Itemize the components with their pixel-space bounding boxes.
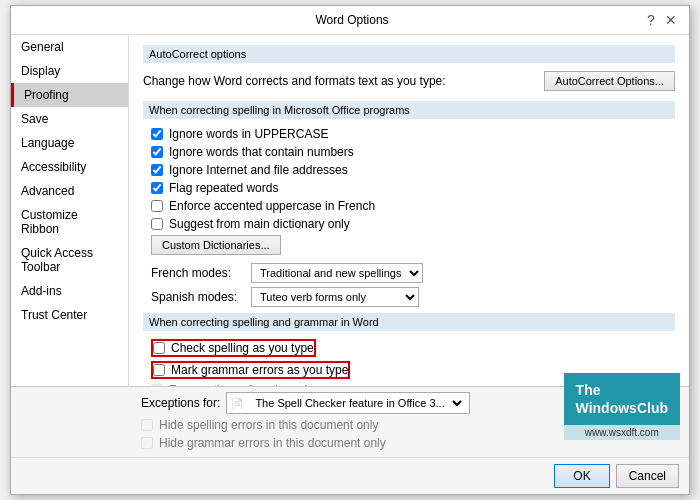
checkbox-ignore-numbers: Ignore words that contain numbers	[143, 145, 675, 159]
sidebar-item-proofing[interactable]: Proofing	[11, 83, 128, 107]
sidebar-item-accessibility[interactable]: Accessibility	[11, 155, 128, 179]
sidebar-item-general[interactable]: General	[11, 35, 128, 59]
custom-dict-row: Custom Dictionaries...	[143, 235, 675, 255]
word-options-dialog: Word Options ? ✕ GeneralDisplayProofingS…	[10, 5, 690, 495]
checkbox-suggest-main: Suggest from main dictionary only	[143, 217, 675, 231]
flag-repeated-label: Flag repeated words	[169, 181, 278, 195]
dialog-content: GeneralDisplayProofingSaveLanguageAccess…	[11, 35, 689, 386]
title-bar: Word Options ? ✕	[11, 6, 689, 35]
hide-grammar-row: Hide grammar errors in this document onl…	[141, 436, 679, 450]
title-bar-actions: ? ✕	[643, 12, 679, 28]
exceptions-area: Exceptions for: 📄 The Spell Checker feat…	[11, 386, 689, 457]
check-spelling-checkbox[interactable]	[153, 342, 165, 354]
autocorrect-section-header: AutoCorrect options	[143, 45, 675, 63]
footer-buttons: OK Cancel	[554, 464, 679, 488]
french-modes-select[interactable]: Traditional and new spellings Traditiona…	[251, 263, 423, 283]
sidebar: GeneralDisplayProofingSaveLanguageAccess…	[11, 35, 129, 386]
spanish-modes-select[interactable]: Tuteo verb forms only Tuteo and Voseo ve…	[251, 287, 419, 307]
main-panel: AutoCorrect options Change how Word corr…	[129, 35, 689, 386]
dialog-footer: OK Cancel	[11, 457, 689, 494]
sidebar-item-display[interactable]: Display	[11, 59, 128, 83]
autocorrect-description: Change how Word corrects and formats tex…	[143, 74, 446, 88]
mark-grammar-label: Mark grammar errors as you type	[171, 363, 348, 377]
hide-spelling-row: Hide spelling errors in this document on…	[141, 418, 679, 432]
enforce-accented-checkbox[interactable]	[151, 200, 163, 212]
cancel-button[interactable]: Cancel	[616, 464, 679, 488]
ignore-numbers-label: Ignore words that contain numbers	[169, 145, 354, 159]
sidebar-item-quick-access-toolbar[interactable]: Quick Access Toolbar	[11, 241, 128, 279]
hide-grammar-checkbox[interactable]	[141, 437, 153, 449]
frequently-confused-checkbox[interactable]	[151, 384, 163, 386]
spanish-modes-label: Spanish modes:	[151, 290, 251, 304]
sidebar-item-save[interactable]: Save	[11, 107, 128, 131]
exceptions-label: Exceptions for:	[141, 396, 220, 410]
check-spelling-highlighted: Check spelling as you type	[151, 339, 316, 357]
checkbox-frequently-confused: Frequently confused words	[143, 383, 675, 386]
sidebar-item-add-ins[interactable]: Add-ins	[11, 279, 128, 303]
mark-grammar-highlighted: Mark grammar errors as you type	[151, 361, 350, 379]
enforce-accented-label: Enforce accented uppercase in French	[169, 199, 375, 213]
sidebar-item-customize-ribbon[interactable]: Customize Ribbon	[11, 203, 128, 241]
spelling-section-header: When correcting spelling in Microsoft Of…	[143, 101, 675, 119]
ignore-numbers-checkbox[interactable]	[151, 146, 163, 158]
checkbox-mark-grammar: Mark grammar errors as you type	[143, 361, 675, 379]
ignore-internet-label: Ignore Internet and file addresses	[169, 163, 348, 177]
doc-select-wrapper: 📄 The Spell Checker feature in Office 3.…	[226, 392, 470, 414]
ignore-uppercase-checkbox[interactable]	[151, 128, 163, 140]
dialog-title: Word Options	[61, 13, 643, 27]
sidebar-item-advanced[interactable]: Advanced	[11, 179, 128, 203]
sidebar-item-trust-center[interactable]: Trust Center	[11, 303, 128, 327]
suggest-main-checkbox[interactable]	[151, 218, 163, 230]
exceptions-row: Exceptions for: 📄 The Spell Checker feat…	[141, 392, 679, 414]
checkbox-check-spelling: Check spelling as you type	[143, 339, 675, 357]
grammar-section-header: When correcting spelling and grammar in …	[143, 313, 675, 331]
close-button[interactable]: ✕	[663, 12, 679, 28]
suggest-main-label: Suggest from main dictionary only	[169, 217, 350, 231]
checkbox-ignore-internet: Ignore Internet and file addresses	[143, 163, 675, 177]
ok-button[interactable]: OK	[554, 464, 609, 488]
checkbox-flag-repeated: Flag repeated words	[143, 181, 675, 195]
check-spelling-label: Check spelling as you type	[171, 341, 314, 355]
checkbox-enforce-accented: Enforce accented uppercase in French	[143, 199, 675, 213]
french-modes-label: French modes:	[151, 266, 251, 280]
mark-grammar-checkbox[interactable]	[153, 364, 165, 376]
hide-spelling-checkbox[interactable]	[141, 419, 153, 431]
hide-spelling-label: Hide spelling errors in this document on…	[159, 418, 378, 432]
ignore-internet-checkbox[interactable]	[151, 164, 163, 176]
ignore-uppercase-label: Ignore words in UPPERCASE	[169, 127, 328, 141]
french-modes-row: French modes: Traditional and new spelli…	[143, 263, 675, 283]
doc-name-select[interactable]: The Spell Checker feature in Office 3...	[247, 394, 465, 412]
frequently-confused-label: Frequently confused words	[169, 383, 313, 386]
custom-dictionaries-button[interactable]: Custom Dictionaries...	[151, 235, 281, 255]
checkbox-ignore-uppercase: Ignore words in UPPERCASE	[143, 127, 675, 141]
help-button[interactable]: ?	[643, 12, 659, 28]
hide-grammar-label: Hide grammar errors in this document onl…	[159, 436, 386, 450]
spanish-modes-row: Spanish modes: Tuteo verb forms only Tut…	[143, 287, 675, 307]
autocorrect-row: Change how Word corrects and formats tex…	[143, 71, 675, 91]
flag-repeated-checkbox[interactable]	[151, 182, 163, 194]
sidebar-item-language[interactable]: Language	[11, 131, 128, 155]
doc-icon: 📄	[231, 398, 243, 409]
autocorrect-options-button[interactable]: AutoCorrect Options...	[544, 71, 675, 91]
